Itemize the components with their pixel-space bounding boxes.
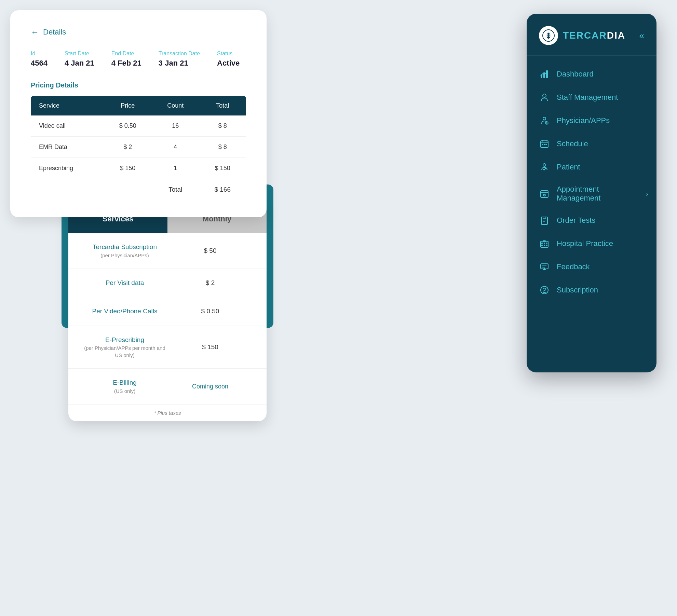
total-label: Total: [152, 179, 199, 201]
table-row: Eprescribing $ 150 1 $ 150: [31, 158, 246, 179]
svg-point-6: [543, 117, 546, 120]
service-price-video: $ 0.50: [167, 307, 253, 315]
sidebar-item-dashboard[interactable]: Dashboard: [527, 63, 656, 86]
start-date-value: 4 Jan 21: [65, 59, 94, 68]
sidebar: TERCARDIA « Dashboard: [527, 14, 656, 372]
service-name: Video call: [31, 115, 104, 137]
id-value: 4564: [31, 59, 48, 68]
patient-icon: [539, 162, 550, 173]
sidebar-logo-area: TERCARDIA: [539, 26, 625, 45]
details-card: ← Details Id 4564 Start Date 4 Jan 21 En…: [10, 10, 267, 217]
sidebar-label-physician: Physician/APPs: [557, 116, 610, 125]
sidebar-item-order-tests[interactable]: Order Tests: [527, 209, 656, 232]
feedback-icon: [539, 261, 550, 272]
details-title: Details: [43, 28, 66, 37]
svg-rect-23: [546, 245, 547, 246]
col-price: Price: [104, 96, 152, 115]
services-content: Tercardia Subscription (per Physician/AP…: [68, 233, 267, 405]
sidebar-label-staff: Staff Management: [557, 93, 618, 102]
end-date-label: End Date: [111, 51, 141, 57]
hospital-icon: [539, 238, 550, 249]
list-item: E-Billing (US only) Coming soon: [68, 369, 267, 405]
sidebar-item-hospital[interactable]: Hospital Practice: [527, 232, 656, 255]
meta-id: Id 4564: [31, 51, 48, 68]
service-name-tercardia: Tercardia Subscription (per Physician/AP…: [82, 243, 167, 259]
svg-rect-19: [544, 243, 545, 244]
sidebar-label-order-tests: Order Tests: [557, 216, 595, 225]
sidebar-logo: [539, 26, 558, 45]
service-total: $ 8: [199, 137, 246, 158]
sidebar-title: TERCARDIA: [563, 30, 625, 41]
service-count: 1: [152, 158, 199, 179]
sidebar-label-subscription: Subscription: [557, 286, 598, 295]
service-price-eprescribing: $ 150: [167, 343, 253, 351]
service-count: 16: [152, 115, 199, 137]
service-name-ebilling: E-Billing (US only): [82, 378, 167, 395]
list-item: Tercardia Subscription (per Physician/AP…: [68, 233, 267, 269]
pricing-title: Pricing Details: [31, 81, 246, 89]
total-value: $ 166: [199, 179, 246, 201]
svg-rect-22: [544, 245, 545, 246]
svg-rect-21: [541, 245, 543, 246]
service-price: $ 150: [104, 158, 152, 179]
sidebar-item-feedback[interactable]: Feedback: [527, 255, 656, 278]
service-name: EMR Data: [31, 137, 104, 158]
svg-rect-10: [544, 144, 545, 145]
sidebar-item-patient[interactable]: Patient: [527, 155, 656, 179]
chart-icon: [539, 69, 550, 80]
svg-rect-9: [542, 144, 543, 145]
services-footer: * Plus taxes: [68, 405, 267, 421]
appointment-arrow: ›: [646, 190, 648, 198]
sidebar-item-schedule[interactable]: Schedule: [527, 132, 656, 155]
sidebar-label-feedback: Feedback: [557, 262, 590, 271]
sidebar-label-dashboard: Dashboard: [557, 70, 594, 79]
table-row: Video call $ 0.50 16 $ 8: [31, 115, 246, 137]
list-item: Per Video/Phone Calls $ 0.50: [68, 297, 267, 326]
meta-start-date: Start Date 4 Jan 21: [65, 51, 94, 68]
sidebar-item-appointment[interactable]: Appointment Management ›: [527, 179, 656, 209]
sidebar-item-subscription[interactable]: Subscription: [527, 278, 656, 302]
meta-transaction-date: Transaction Date 3 Jan 21: [159, 51, 200, 68]
svg-rect-3: [543, 72, 545, 78]
start-date-label: Start Date: [65, 51, 94, 57]
sidebar-label-patient: Patient: [557, 163, 580, 172]
meta-end-date: End Date 4 Feb 21: [111, 51, 141, 68]
details-meta: Id 4564 Start Date 4 Jan 21 End Date 4 F…: [31, 51, 246, 68]
back-button[interactable]: ← Details: [31, 27, 246, 37]
transaction-date-label: Transaction Date: [159, 51, 200, 57]
service-price: $ 2: [104, 137, 152, 158]
svg-rect-18: [541, 243, 543, 244]
svg-rect-11: [545, 144, 547, 145]
sidebar-label-hospital: Hospital Practice: [557, 239, 613, 248]
id-label: Id: [31, 51, 48, 57]
svg-rect-4: [546, 70, 548, 78]
services-card: Services Monthly Tercardia Subscription …: [68, 205, 267, 421]
meta-status: Status Active: [217, 51, 240, 68]
transaction-date-value: 3 Jan 21: [159, 59, 200, 68]
svg-point-5: [543, 94, 546, 97]
service-total: $ 8: [199, 115, 246, 137]
sidebar-label-appointment: Appointment Management: [557, 185, 644, 203]
service-name: Eprescribing: [31, 158, 104, 179]
collapse-button[interactable]: «: [639, 30, 644, 41]
col-total: Total: [199, 96, 246, 115]
col-service: Service: [31, 96, 104, 115]
service-price-visit: $ 2: [167, 279, 253, 287]
pricing-table: Service Price Count Total Video call $ 0…: [31, 96, 246, 200]
col-count: Count: [152, 96, 199, 115]
title-part1: TERCAR: [563, 30, 607, 41]
subscription-icon: [539, 285, 550, 296]
svg-rect-20: [546, 243, 547, 244]
person-icon: [539, 92, 550, 103]
sidebar-item-physician[interactable]: Physician/APPs: [527, 109, 656, 132]
service-price-tercardia: $ 50: [167, 247, 253, 255]
clipboard-icon: [539, 215, 550, 226]
service-total: $ 150: [199, 158, 246, 179]
status-value: Active: [217, 59, 240, 68]
doctor-icon: [539, 115, 550, 126]
sidebar-item-staff[interactable]: Staff Management: [527, 86, 656, 109]
sidebar-header: TERCARDIA «: [527, 14, 656, 56]
list-item: E-Prescribing (per Physician/APPs per mo…: [68, 326, 267, 369]
service-name-eprescribing: E-Prescribing (per Physician/APPs per mo…: [82, 336, 167, 359]
appointment-icon: [539, 188, 550, 199]
